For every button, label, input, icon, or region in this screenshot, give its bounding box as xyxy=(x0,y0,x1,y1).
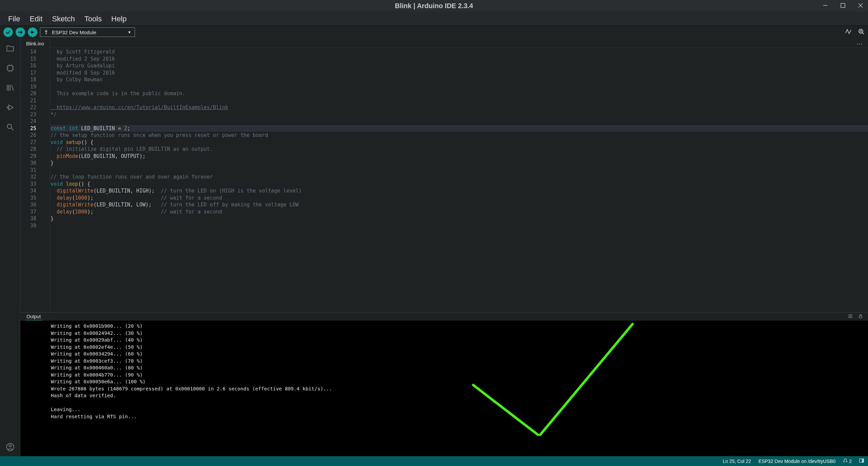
boards-manager-icon[interactable] xyxy=(6,64,15,73)
tab-label: Blink.ino xyxy=(26,41,44,46)
menubar: File Edit Sketch Tools Help xyxy=(0,12,868,26)
library-manager-icon[interactable] xyxy=(6,83,15,92)
close-button[interactable] xyxy=(858,2,863,10)
svg-rect-8 xyxy=(45,32,46,32)
debug-button[interactable] xyxy=(28,27,37,37)
workarea: Blink.ino ⋯ 1415161718192021222324252627… xyxy=(0,39,868,456)
menu-edit[interactable]: Edit xyxy=(25,13,47,25)
maximize-button[interactable] xyxy=(840,2,846,10)
output-options-icon[interactable] xyxy=(848,313,853,320)
fold-gutter xyxy=(40,48,50,312)
board-selector[interactable]: ESP32 Dev Module ▼ xyxy=(40,27,135,37)
output-console[interactable]: Writing at 0x0001b900... (20 %) Writing … xyxy=(20,321,868,456)
board-name: ESP32 Dev Module xyxy=(52,29,96,35)
svg-point-6 xyxy=(31,32,32,33)
chevron-down-icon: ▼ xyxy=(128,30,131,34)
svg-marker-14 xyxy=(8,105,13,110)
output-tab[interactable]: Output xyxy=(25,313,42,320)
svg-rect-13 xyxy=(7,65,13,70)
verify-button[interactable] xyxy=(3,27,13,37)
menu-file[interactable]: File xyxy=(3,13,25,25)
account-icon[interactable] xyxy=(6,443,15,451)
upload-button[interactable] xyxy=(16,27,25,37)
titlebar: Blink | Arduino IDE 2.3.4 xyxy=(0,0,868,12)
svg-line-11 xyxy=(863,33,864,34)
window-controls xyxy=(823,0,863,12)
svg-point-9 xyxy=(47,32,47,32)
svg-point-16 xyxy=(7,124,12,128)
debug-icon[interactable] xyxy=(6,103,15,112)
svg-marker-5 xyxy=(32,31,34,34)
activity-bar xyxy=(0,39,20,456)
editor-tabs: Blink.ino ⋯ xyxy=(20,39,868,47)
svg-rect-22 xyxy=(862,459,864,463)
menu-tools[interactable]: Tools xyxy=(80,13,107,25)
status-board[interactable]: ESP32 Dev Module on /dev/ttyUSB0 xyxy=(758,459,835,464)
code-content[interactable]: by Scott Fitzgerald modified 2 Sep 2016 … xyxy=(50,48,868,312)
serial-plotter-button[interactable] xyxy=(845,28,852,36)
svg-point-19 xyxy=(9,445,11,447)
output-header: Output xyxy=(20,312,868,321)
tab-overflow-button[interactable]: ⋯ xyxy=(856,40,863,47)
sketchbook-icon[interactable] xyxy=(6,44,15,53)
menu-sketch[interactable]: Sketch xyxy=(47,13,79,25)
svg-point-12 xyxy=(860,31,862,32)
output-lock-icon[interactable] xyxy=(858,313,863,320)
svg-rect-1 xyxy=(841,3,845,7)
usb-icon xyxy=(44,29,49,35)
status-cursor[interactable]: Ln 25, Col 22 xyxy=(723,459,751,464)
tab-blink[interactable]: Blink.ino xyxy=(20,39,50,48)
layout-button[interactable] xyxy=(859,458,864,464)
main-area: Blink.ino ⋯ 1415161718192021222324252627… xyxy=(20,39,868,456)
notification-count: 2 xyxy=(849,459,852,464)
serial-monitor-button[interactable] xyxy=(858,28,865,36)
svg-point-7 xyxy=(45,33,46,34)
code-editor[interactable]: 1415161718192021222324252627282930313233… xyxy=(20,47,868,312)
svg-point-10 xyxy=(859,29,863,33)
notifications-button[interactable]: 2 xyxy=(843,458,852,464)
search-icon[interactable] xyxy=(6,123,15,131)
statusbar: Ln 25, Col 22 ESP32 Dev Module on /dev/t… xyxy=(0,456,868,466)
svg-rect-20 xyxy=(859,316,862,318)
svg-point-15 xyxy=(7,106,8,108)
menu-help[interactable]: Help xyxy=(107,13,131,25)
svg-line-17 xyxy=(11,128,14,130)
line-number-gutter: 1415161718192021222324252627282930313233… xyxy=(21,48,40,312)
window-title: Blink | Arduino IDE 2.3.4 xyxy=(395,2,473,10)
toolbar: ESP32 Dev Module ▼ xyxy=(0,26,868,39)
minimize-button[interactable] xyxy=(823,2,828,10)
